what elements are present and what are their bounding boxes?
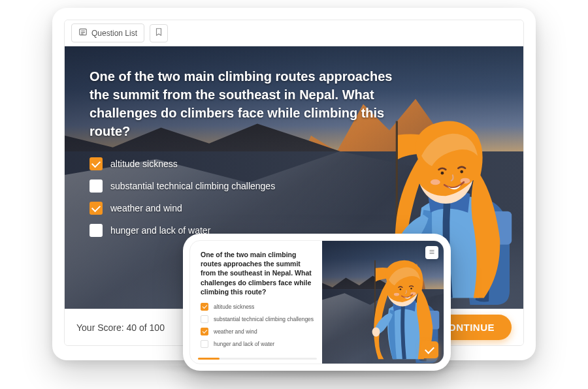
checkbox-icon <box>90 179 103 193</box>
checkbox-icon <box>201 315 208 323</box>
phone-device-frame: One of the two main climbing routes appr… <box>183 234 451 371</box>
phone-progress-bar <box>198 358 317 360</box>
option-label: altitude sickness <box>110 159 178 169</box>
phone-image-panel <box>322 241 444 364</box>
phone-answer-options: altitude sickness substantial technical … <box>201 303 317 348</box>
option-label: substantial technical climbing challenge… <box>214 316 314 322</box>
phone-menu-button[interactable] <box>425 246 438 259</box>
checkbox-icon <box>201 303 208 311</box>
checkbox-icon <box>201 328 208 335</box>
option-label: weather and wind <box>110 203 182 213</box>
list-icon <box>78 27 88 39</box>
checkbox-icon <box>90 157 103 170</box>
question-list-button[interactable]: Question List <box>71 23 144 42</box>
option-label: substantial technical climbing challenge… <box>110 181 275 191</box>
phone-answer-option[interactable]: hunger and lack of water <box>201 340 317 348</box>
checkbox-icon <box>201 340 208 348</box>
option-label: altitude sickness <box>214 303 254 310</box>
checkbox-icon <box>90 224 103 237</box>
phone-submit-button[interactable] <box>421 341 438 358</box>
phone-question-panel: One of the two main climbing routes appr… <box>190 241 322 364</box>
phone-answer-option[interactable]: altitude sickness <box>201 303 317 311</box>
phone-answer-option[interactable]: weather and wind <box>201 328 317 335</box>
checkbox-icon <box>90 202 103 215</box>
phone-question-text: One of the two main climbing routes appr… <box>201 250 317 296</box>
bookmark-icon <box>154 27 163 39</box>
bookmark-button[interactable] <box>150 24 168 42</box>
top-toolbar: Question List <box>65 20 523 46</box>
option-label: hunger and lack of water <box>214 341 274 347</box>
phone-screen: One of the two main climbing routes appr… <box>189 240 444 364</box>
phone-answer-option[interactable]: substantial technical climbing challenge… <box>201 315 317 323</box>
question-list-label: Question List <box>91 29 137 38</box>
score-text: Your Score: 40 of 100 <box>76 322 165 333</box>
menu-icon <box>428 247 436 258</box>
option-label: weather and wind <box>214 328 257 335</box>
